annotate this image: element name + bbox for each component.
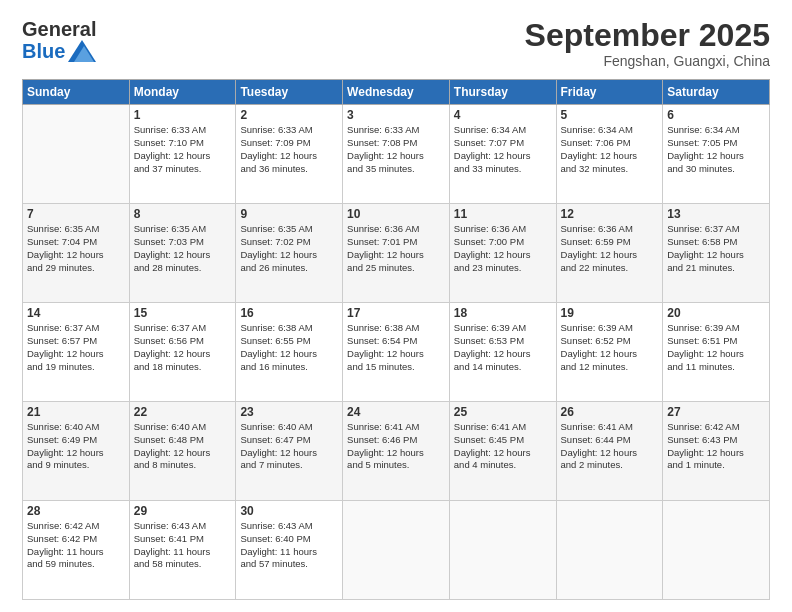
table-row: 29Sunrise: 6:43 AMSunset: 6:41 PMDayligh… (129, 501, 236, 600)
day-number: 4 (454, 108, 552, 122)
day-number: 14 (27, 306, 125, 320)
location-subtitle: Fengshan, Guangxi, China (525, 53, 770, 69)
cell-content: Sunrise: 6:43 AMSunset: 6:41 PMDaylight:… (134, 520, 232, 571)
table-row: 22Sunrise: 6:40 AMSunset: 6:48 PMDayligh… (129, 402, 236, 501)
table-row: 23Sunrise: 6:40 AMSunset: 6:47 PMDayligh… (236, 402, 343, 501)
day-number: 1 (134, 108, 232, 122)
table-row: 27Sunrise: 6:42 AMSunset: 6:43 PMDayligh… (663, 402, 770, 501)
cell-content: Sunrise: 6:35 AMSunset: 7:02 PMDaylight:… (240, 223, 338, 274)
table-row: 7Sunrise: 6:35 AMSunset: 7:04 PMDaylight… (23, 204, 130, 303)
cell-content: Sunrise: 6:34 AMSunset: 7:05 PMDaylight:… (667, 124, 765, 175)
day-number: 12 (561, 207, 659, 221)
cell-content: Sunrise: 6:42 AMSunset: 6:43 PMDaylight:… (667, 421, 765, 472)
col-tuesday: Tuesday (236, 80, 343, 105)
day-number: 18 (454, 306, 552, 320)
table-row: 11Sunrise: 6:36 AMSunset: 7:00 PMDayligh… (449, 204, 556, 303)
table-row: 13Sunrise: 6:37 AMSunset: 6:58 PMDayligh… (663, 204, 770, 303)
day-number: 11 (454, 207, 552, 221)
day-number: 3 (347, 108, 445, 122)
day-number: 20 (667, 306, 765, 320)
table-row: 20Sunrise: 6:39 AMSunset: 6:51 PMDayligh… (663, 303, 770, 402)
table-row: 28Sunrise: 6:42 AMSunset: 6:42 PMDayligh… (23, 501, 130, 600)
table-row: 14Sunrise: 6:37 AMSunset: 6:57 PMDayligh… (23, 303, 130, 402)
cell-content: Sunrise: 6:36 AMSunset: 7:00 PMDaylight:… (454, 223, 552, 274)
cell-content: Sunrise: 6:33 AMSunset: 7:09 PMDaylight:… (240, 124, 338, 175)
table-row: 21Sunrise: 6:40 AMSunset: 6:49 PMDayligh… (23, 402, 130, 501)
table-row: 9Sunrise: 6:35 AMSunset: 7:02 PMDaylight… (236, 204, 343, 303)
cell-content: Sunrise: 6:33 AMSunset: 7:10 PMDaylight:… (134, 124, 232, 175)
cell-content: Sunrise: 6:40 AMSunset: 6:49 PMDaylight:… (27, 421, 125, 472)
cell-content: Sunrise: 6:40 AMSunset: 6:48 PMDaylight:… (134, 421, 232, 472)
cell-content: Sunrise: 6:34 AMSunset: 7:06 PMDaylight:… (561, 124, 659, 175)
table-row: 12Sunrise: 6:36 AMSunset: 6:59 PMDayligh… (556, 204, 663, 303)
table-row (663, 501, 770, 600)
table-row: 3Sunrise: 6:33 AMSunset: 7:08 PMDaylight… (343, 105, 450, 204)
cell-content: Sunrise: 6:34 AMSunset: 7:07 PMDaylight:… (454, 124, 552, 175)
cell-content: Sunrise: 6:41 AMSunset: 6:44 PMDaylight:… (561, 421, 659, 472)
cell-content: Sunrise: 6:41 AMSunset: 6:45 PMDaylight:… (454, 421, 552, 472)
day-number: 28 (27, 504, 125, 518)
month-title: September 2025 (525, 18, 770, 53)
day-number: 25 (454, 405, 552, 419)
col-friday: Friday (556, 80, 663, 105)
day-number: 2 (240, 108, 338, 122)
table-row: 16Sunrise: 6:38 AMSunset: 6:55 PMDayligh… (236, 303, 343, 402)
page: General Blue September 2025 Fengshan, Gu… (0, 0, 792, 612)
logo-text: General Blue (22, 18, 96, 62)
cell-content: Sunrise: 6:39 AMSunset: 6:52 PMDaylight:… (561, 322, 659, 373)
day-number: 6 (667, 108, 765, 122)
cell-content: Sunrise: 6:42 AMSunset: 6:42 PMDaylight:… (27, 520, 125, 571)
table-row (556, 501, 663, 600)
cell-content: Sunrise: 6:36 AMSunset: 7:01 PMDaylight:… (347, 223, 445, 274)
day-number: 17 (347, 306, 445, 320)
day-number: 8 (134, 207, 232, 221)
cell-content: Sunrise: 6:36 AMSunset: 6:59 PMDaylight:… (561, 223, 659, 274)
day-number: 10 (347, 207, 445, 221)
cell-content: Sunrise: 6:38 AMSunset: 6:55 PMDaylight:… (240, 322, 338, 373)
day-number: 5 (561, 108, 659, 122)
cell-content: Sunrise: 6:40 AMSunset: 6:47 PMDaylight:… (240, 421, 338, 472)
calendar-week-row: 1Sunrise: 6:33 AMSunset: 7:10 PMDaylight… (23, 105, 770, 204)
cell-content: Sunrise: 6:37 AMSunset: 6:58 PMDaylight:… (667, 223, 765, 274)
cell-content: Sunrise: 6:33 AMSunset: 7:08 PMDaylight:… (347, 124, 445, 175)
table-row: 30Sunrise: 6:43 AMSunset: 6:40 PMDayligh… (236, 501, 343, 600)
col-thursday: Thursday (449, 80, 556, 105)
table-row (23, 105, 130, 204)
calendar-week-row: 14Sunrise: 6:37 AMSunset: 6:57 PMDayligh… (23, 303, 770, 402)
table-row: 19Sunrise: 6:39 AMSunset: 6:52 PMDayligh… (556, 303, 663, 402)
col-monday: Monday (129, 80, 236, 105)
day-number: 29 (134, 504, 232, 518)
logo: General Blue (22, 18, 96, 62)
table-row: 24Sunrise: 6:41 AMSunset: 6:46 PMDayligh… (343, 402, 450, 501)
day-number: 13 (667, 207, 765, 221)
table-row: 4Sunrise: 6:34 AMSunset: 7:07 PMDaylight… (449, 105, 556, 204)
table-row: 18Sunrise: 6:39 AMSunset: 6:53 PMDayligh… (449, 303, 556, 402)
table-row: 8Sunrise: 6:35 AMSunset: 7:03 PMDaylight… (129, 204, 236, 303)
cell-content: Sunrise: 6:35 AMSunset: 7:04 PMDaylight:… (27, 223, 125, 274)
day-number: 22 (134, 405, 232, 419)
col-wednesday: Wednesday (343, 80, 450, 105)
day-number: 30 (240, 504, 338, 518)
table-row (449, 501, 556, 600)
table-row: 5Sunrise: 6:34 AMSunset: 7:06 PMDaylight… (556, 105, 663, 204)
calendar-week-row: 7Sunrise: 6:35 AMSunset: 7:04 PMDaylight… (23, 204, 770, 303)
table-row: 25Sunrise: 6:41 AMSunset: 6:45 PMDayligh… (449, 402, 556, 501)
col-saturday: Saturday (663, 80, 770, 105)
header: General Blue September 2025 Fengshan, Gu… (22, 18, 770, 69)
day-number: 21 (27, 405, 125, 419)
cell-content: Sunrise: 6:37 AMSunset: 6:57 PMDaylight:… (27, 322, 125, 373)
day-number: 16 (240, 306, 338, 320)
cell-content: Sunrise: 6:35 AMSunset: 7:03 PMDaylight:… (134, 223, 232, 274)
table-row: 17Sunrise: 6:38 AMSunset: 6:54 PMDayligh… (343, 303, 450, 402)
table-row: 6Sunrise: 6:34 AMSunset: 7:05 PMDaylight… (663, 105, 770, 204)
logo-icon (68, 40, 96, 62)
logo-general: General (22, 18, 96, 40)
day-number: 26 (561, 405, 659, 419)
calendar-week-row: 21Sunrise: 6:40 AMSunset: 6:49 PMDayligh… (23, 402, 770, 501)
day-number: 9 (240, 207, 338, 221)
cell-content: Sunrise: 6:43 AMSunset: 6:40 PMDaylight:… (240, 520, 338, 571)
day-number: 27 (667, 405, 765, 419)
cell-content: Sunrise: 6:37 AMSunset: 6:56 PMDaylight:… (134, 322, 232, 373)
table-row: 10Sunrise: 6:36 AMSunset: 7:01 PMDayligh… (343, 204, 450, 303)
table-row: 2Sunrise: 6:33 AMSunset: 7:09 PMDaylight… (236, 105, 343, 204)
